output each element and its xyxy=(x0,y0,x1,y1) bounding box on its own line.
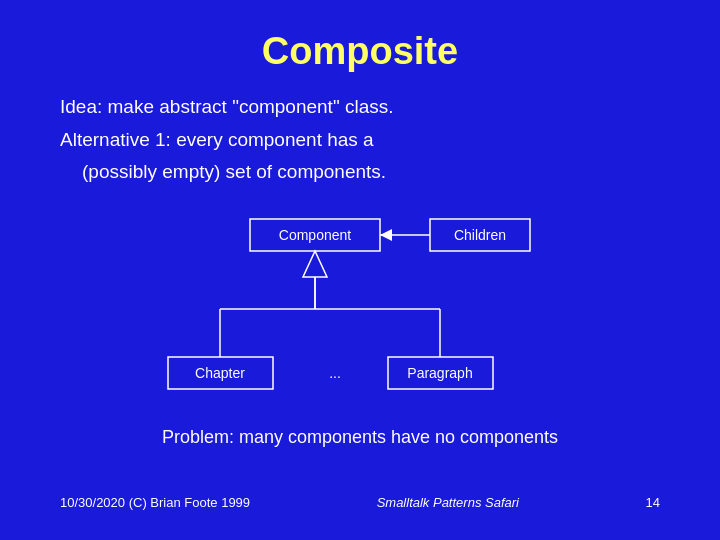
body-line2: Alternative 1: every component has a xyxy=(60,126,374,155)
chapter-text: Chapter xyxy=(195,365,245,381)
component-label: Component xyxy=(279,227,351,243)
slide: Composite Idea: make abstract "component… xyxy=(0,0,720,540)
footer-right: 14 xyxy=(646,495,660,510)
slide-title: Composite xyxy=(60,30,660,73)
footer-left: 10/30/2020 (C) Brian Foote 1999 xyxy=(60,495,250,510)
body-line2b: (possibly empty) set of components. xyxy=(82,158,386,187)
dots-text: ... xyxy=(329,365,341,381)
paragraph-text: Paragraph xyxy=(407,365,472,381)
slide-footer: 10/30/2020 (C) Brian Foote 1999 Smalltal… xyxy=(60,485,660,510)
uml-diagram: Component Children Chapter xyxy=(60,209,660,409)
body-line1: Idea: make abstract "component" class. xyxy=(60,93,393,122)
problem-text: Problem: many components have no compone… xyxy=(60,427,660,448)
inheritance-triangle xyxy=(303,251,327,277)
children-arrowhead xyxy=(380,229,392,241)
uml-svg: Component Children Chapter xyxy=(140,209,580,409)
footer-center: Smalltalk Patterns Safari xyxy=(377,495,519,510)
children-label: Children xyxy=(454,227,506,243)
